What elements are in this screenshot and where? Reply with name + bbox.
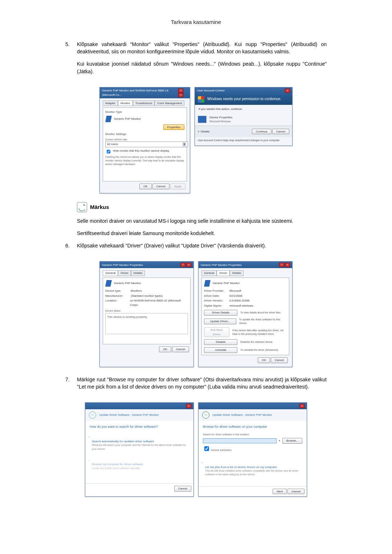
figure-row-1: Generic PnP Monitor and NVIDIA GeForce 8…	[65, 86, 327, 193]
hide-modes-description: Clearing this check box allows you to se…	[105, 155, 184, 166]
hide-modes-checkbox[interactable]	[107, 150, 110, 153]
label: Manufacturer:	[105, 294, 131, 298]
continue-button[interactable]: Continue	[252, 129, 271, 135]
uac-dialog: User Account Control × Windows needs you…	[195, 87, 293, 146]
window-buttons: ?×	[180, 263, 191, 267]
close-icon[interactable]: ×	[285, 263, 290, 267]
option-browse-computer[interactable]: Browse my computer for driver software L…	[85, 456, 193, 472]
button-desc: Disables the selected device.	[240, 340, 273, 344]
tab-driver[interactable]: Driver	[118, 270, 131, 276]
monitor-type-label: Monitor Type	[105, 110, 184, 114]
uac-details-label[interactable]: Details	[201, 130, 209, 134]
update-driver-button[interactable]: Update Driver...	[204, 319, 236, 324]
figure-row-2: Generic PnP Monitor Properties ?× Genera…	[65, 260, 327, 367]
close-icon[interactable]: ×	[178, 93, 183, 97]
monitor-properties-dialog: Generic PnP Monitor and NVIDIA GeForce 8…	[99, 87, 190, 193]
close-icon[interactable]: ×	[186, 404, 191, 408]
uac-program-row: Device Properties Microsoft Windows	[195, 113, 292, 126]
shield-icon	[198, 96, 204, 103]
status-box: This device is working properly.	[105, 313, 188, 334]
tab-color-management[interactable]: Color Management	[155, 100, 184, 106]
tab-details[interactable]: Details	[131, 270, 145, 276]
uac-banner-text: Windows needs your permission to contion…	[207, 97, 281, 102]
include-subfolders-checkbox[interactable]	[204, 446, 209, 451]
value: (Standard monitor types)	[131, 294, 163, 298]
uac-publisher: Microsoft Windows	[209, 120, 232, 123]
chevron-down-icon[interactable]: ▾	[279, 439, 280, 443]
dialog-title: Generic PnP Monitor and NVIDIA GeForce 8…	[102, 89, 177, 97]
step-body: Märkige ruut "Browse my computer for dri…	[77, 376, 327, 396]
cancel-button[interactable]: Cancel	[271, 357, 288, 363]
tab-details[interactable]: Details	[230, 270, 244, 276]
value: 6.0.6000.16386	[229, 299, 250, 303]
step-text: Klõpsake vahekaardi "Driver" (Draiver) v…	[77, 242, 327, 249]
refresh-rate-label: Screen refresh rate:	[105, 138, 184, 141]
tab-general[interactable]: General	[103, 270, 118, 276]
step-6: 6. Klõpsake vahekaardi "Driver" (Draiver…	[65, 242, 327, 254]
cancel-button[interactable]: Cancel	[287, 489, 305, 495]
close-icon[interactable]: ×	[186, 263, 191, 267]
cancel-button[interactable]: Cancel	[174, 486, 191, 492]
tab-monitor[interactable]: Monitor	[118, 100, 133, 106]
path-input[interactable]	[203, 438, 277, 443]
window-buttons: ×	[299, 404, 305, 408]
option-heading: Search automatically for updated driver …	[92, 439, 189, 444]
chevron-down-icon[interactable]: ▾	[198, 130, 199, 134]
tab-driver[interactable]: Driver	[217, 270, 229, 276]
close-icon[interactable]: ×	[299, 404, 305, 408]
close-icon[interactable]: ?	[279, 263, 284, 267]
dialog-title: User Account Control	[197, 89, 225, 93]
step-text: Kui kuvatakse joonisel näidatud sõnum "W…	[77, 60, 327, 75]
ok-button[interactable]: OK	[139, 184, 152, 189]
driver-details-button[interactable]: Driver Details	[204, 310, 237, 316]
cancel-button[interactable]: Cancel	[272, 129, 289, 135]
tab-troubleshoot[interactable]: Troubleshoot	[133, 100, 155, 106]
close-icon[interactable]: ?	[180, 263, 185, 267]
include-subfolders-label: Include subfolders	[211, 449, 232, 451]
value: Monitors	[131, 289, 142, 293]
apply-button[interactable]: Apply	[170, 184, 185, 189]
ok-button[interactable]: OK	[258, 357, 270, 363]
hide-modes-label: Hide modes that this monitor cannot disp…	[113, 149, 169, 153]
refresh-rate-select[interactable]: 60 Hertz ▾	[105, 141, 188, 147]
breadcrumb: ← Update Driver Software - Generic PnP M…	[85, 409, 193, 421]
rollback-driver-button[interactable]: Roll Back Driver	[204, 327, 229, 337]
option-heading: Browse my computer for driver software	[92, 462, 189, 467]
step-text: Märkige ruut "Browse my computer for dri…	[77, 376, 327, 391]
search-location-label: Search for driver software in this locat…	[203, 433, 302, 436]
device-name: Generic PnP Monitor	[213, 281, 240, 286]
note-block: Märkus Selle monitori draiver on varusta…	[77, 202, 327, 237]
option-pick-from-list[interactable]: Let me pick from a list of device driver…	[199, 459, 307, 479]
uninstall-button[interactable]: Uninstall	[204, 347, 237, 353]
close-icon[interactable]: ×	[285, 89, 290, 93]
chevron-down-icon: ▾	[183, 142, 186, 147]
note-text: Selle monitori draiver on varustatud MS-…	[77, 217, 327, 225]
value: on NVIDIA GeForce 8800 LE (Microsoft Cor…	[130, 299, 188, 307]
cancel-button[interactable]: Cancel	[152, 184, 170, 189]
option-search-auto[interactable]: Search automatically for updated driver …	[85, 433, 193, 453]
step-number: 7.	[65, 376, 77, 396]
ok-button[interactable]: OK	[159, 346, 171, 352]
update-driver-wizard-left: × ← Update Driver Software - Generic PnP…	[85, 402, 194, 497]
label: Driver Provider:	[204, 289, 229, 293]
cancel-button[interactable]: Cancel	[172, 346, 189, 352]
monitor-icon	[105, 280, 112, 287]
back-icon[interactable]: ←	[202, 411, 209, 419]
disable-button[interactable]: Disable	[204, 339, 237, 345]
status-text: This device is working properly.	[107, 315, 147, 319]
uac-details-row: ▾ Details Continue Cancel	[195, 126, 292, 138]
note-text: Sertifitseeritud draiveri leiate Samsung…	[77, 230, 327, 237]
browse-button[interactable]: Browse...	[282, 438, 302, 444]
properties-button[interactable]: Properties	[163, 124, 184, 130]
label: Driver Date:	[204, 294, 229, 298]
crumb-text: Update Driver Software - Generic PnP Mon…	[99, 413, 159, 416]
close-icon[interactable]: ?	[178, 89, 183, 93]
tab-general[interactable]: General	[201, 270, 217, 276]
wizard-question: How do you want to search for driver sof…	[85, 421, 193, 433]
tab-adapter[interactable]: Adapter	[103, 100, 118, 106]
option-heading: Let me pick from a list of device driver…	[205, 465, 302, 469]
back-icon[interactable]: ←	[89, 411, 96, 419]
next-button[interactable]: Next	[273, 489, 286, 495]
label: Device type:	[105, 289, 131, 293]
monitor-icon	[105, 116, 112, 122]
